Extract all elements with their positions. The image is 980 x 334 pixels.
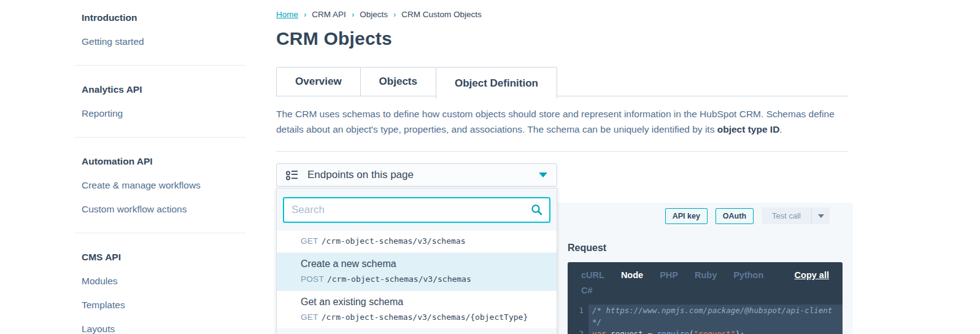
endpoint-path: /crm-object-schemas/v3/schemas/{objectTy…: [322, 313, 528, 322]
endpoint-signature: GET/crm-object-schemas/v3/schemas: [301, 236, 547, 246]
endpoint-path: /crm-object-schemas/v3/schemas: [327, 274, 471, 284]
code-text: var request = require("request");: [588, 328, 843, 334]
sidebar-divider: [75, 65, 245, 66]
code-block: cURLNodePHPRubyPythonCopy allC# 1/* http…: [568, 262, 843, 334]
chevron-down-icon: [818, 214, 824, 218]
endpoints-list: GET/crm-object-schemas/v3/schemasCreate …: [277, 231, 557, 329]
endpoints-search-input[interactable]: [283, 197, 550, 223]
code-tab-ruby[interactable]: Ruby: [695, 270, 717, 280]
request-heading: Request: [568, 243, 853, 254]
code-token: "request": [694, 329, 736, 334]
breadcrumb-separator: ›: [304, 10, 306, 19]
breadcrumb-item-objects: Objects: [360, 10, 388, 19]
sidebar-item-layouts[interactable]: Layouts: [82, 317, 264, 334]
auth-button-api-key[interactable]: API key: [665, 208, 708, 224]
search-icon: [531, 204, 542, 216]
code-token: =: [647, 329, 657, 334]
endpoint-title: Get an existing schema: [301, 297, 547, 308]
example-panel: API keyOAuth Test call Request cURLNodeP…: [555, 203, 853, 334]
code-tab-curl[interactable]: cURL: [581, 270, 604, 280]
code-tab-php[interactable]: PHP: [660, 270, 678, 280]
auth-button-oauth[interactable]: OAuth: [716, 208, 754, 224]
code-tab-python[interactable]: Python: [733, 270, 763, 280]
sidebar-item-custom-workflow-actions[interactable]: Custom workflow actions: [82, 197, 264, 221]
main-content: Home›CRM API›Objects›CRM Custom Objects …: [276, 0, 848, 187]
sidebar-section-heading-introduction: Introduction: [82, 6, 264, 29]
tab-overview[interactable]: Overview: [276, 67, 361, 96]
tab-object-definition[interactable]: Object Definition: [436, 67, 557, 99]
sidebar-item-reporting[interactable]: Reporting: [82, 101, 264, 125]
endpoint-path: /crm-object-schemas/v3/schemas: [322, 236, 466, 246]
endpoint-method: POST: [301, 274, 324, 284]
sidebar-section-heading-automation-api: Automation API: [82, 149, 264, 173]
endpoints-list-icon: [286, 170, 298, 181]
tab-objects[interactable]: Objects: [360, 67, 436, 96]
test-call-caret-button[interactable]: [811, 208, 830, 224]
code-token: /* https://www.npmjs.com/package/@hubspo…: [592, 306, 837, 327]
code-text: /* https://www.npmjs.com/package/@hubspo…: [588, 305, 843, 328]
tab-bar: OverviewObjectsObject Definition: [276, 67, 848, 96]
code-token: require: [657, 329, 689, 334]
intro-after: .: [779, 124, 782, 134]
sidebar-item-create-manage-workflows[interactable]: Create & manage workflows: [82, 173, 264, 197]
breadcrumb-separator: ›: [393, 10, 396, 19]
section-divider: [276, 151, 848, 152]
intro-paragraph: The CRM uses schemas to define how custo…: [276, 107, 848, 137]
code-tab-c[interactable]: C#: [581, 285, 593, 295]
breadcrumb-separator: ›: [352, 10, 354, 19]
endpoint-title: Create a new schema: [301, 258, 547, 270]
code-token: (: [689, 329, 694, 334]
sidebar-divider-row: [82, 125, 264, 149]
page-title: CRM Objects: [276, 28, 848, 49]
code-token: request: [606, 329, 648, 334]
breadcrumb-item-home[interactable]: Home: [276, 10, 298, 19]
sidebar-divider-row: [82, 53, 264, 77]
code-tab-node[interactable]: Node: [621, 270, 643, 280]
endpoint-signature: GET/crm-object-schemas/v3/schemas/{objec…: [301, 313, 547, 322]
test-call-button[interactable]: Test call: [762, 208, 811, 224]
sidebar-divider: [75, 137, 245, 138]
test-call-split-button: Test call: [762, 208, 830, 224]
endpoint-method: GET: [301, 313, 318, 322]
sidebar-item-templates[interactable]: Templates: [82, 293, 264, 317]
endpoints-panel: GET/crm-object-schemas/v3/schemasCreate …: [276, 188, 557, 334]
code-token: var: [592, 329, 606, 334]
sidebar-item-getting-started[interactable]: Getting started: [82, 29, 264, 53]
breadcrumb-item-crm-custom-objects: CRM Custom Objects: [401, 10, 482, 19]
sidebar-section-heading-cms-api: CMS API: [82, 245, 264, 269]
code-token: );: [735, 329, 744, 334]
endpoint-method: GET: [301, 236, 318, 246]
intro-bold-term: object type ID: [717, 124, 780, 134]
code-line: 1/* https://www.npmjs.com/package/@hubsp…: [568, 305, 843, 328]
sidebar-section-heading-analytics-api: Analytics API: [82, 77, 264, 101]
line-number: 2: [568, 328, 588, 334]
sidebar: IntroductionGetting startedAnalytics API…: [0, 0, 264, 334]
sidebar-divider-row: [82, 221, 264, 245]
code-language-tabs: cURLNodePHPRubyPythonCopy allC#: [568, 270, 843, 295]
endpoint-list-item[interactable]: GET/crm-object-schemas/v3/schemas: [277, 231, 557, 253]
breadcrumb: Home›CRM API›Objects›CRM Custom Objects: [276, 0, 848, 19]
endpoint-list-item[interactable]: Create a new schemaPOST/crm-object-schem…: [277, 253, 557, 291]
sidebar-divider: [75, 233, 245, 233]
chevron-down-icon: [539, 173, 547, 177]
auth-buttons-row: API keyOAuth Test call: [555, 203, 853, 224]
sidebar-item-modules[interactable]: Modules: [82, 269, 264, 293]
breadcrumb-item-crm-api: CRM API: [312, 10, 346, 19]
endpoints-toggle-button[interactable]: Endpoints on this page: [276, 163, 557, 187]
line-number: 1: [568, 305, 588, 328]
endpoint-signature: POST/crm-object-schemas/v3/schemas: [301, 274, 547, 284]
copy-all-link[interactable]: Copy all: [795, 270, 829, 280]
endpoint-list-item[interactable]: Get an existing schemaGET/crm-object-sch…: [277, 291, 557, 329]
code-line: 2var request = require("request");: [568, 328, 843, 334]
endpoints-dropdown: Endpoints on this page GET/crm-object-sc…: [276, 163, 557, 187]
code-lines: 1/* https://www.npmjs.com/package/@hubsp…: [568, 305, 843, 334]
endpoints-toggle-label: Endpoints on this page: [307, 169, 414, 181]
